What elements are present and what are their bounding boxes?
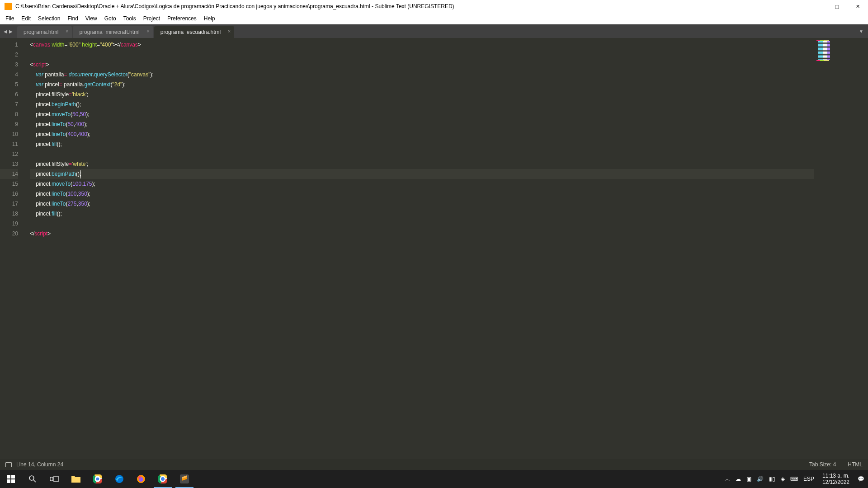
code-line[interactable] bbox=[30, 149, 814, 159]
chrome-icon-2[interactable] bbox=[152, 470, 174, 488]
menu-project[interactable]: Project bbox=[140, 14, 164, 23]
close-icon[interactable]: × bbox=[228, 28, 231, 34]
svg-point-4 bbox=[29, 476, 34, 480]
tray-chevron-up-icon[interactable]: ︿ bbox=[725, 475, 730, 483]
tray-volume-icon[interactable]: 🔊 bbox=[757, 476, 764, 482]
menu-edit[interactable]: Edit bbox=[18, 14, 34, 23]
code-line[interactable] bbox=[30, 50, 814, 60]
file-explorer-icon[interactable] bbox=[65, 470, 87, 488]
menu-selection[interactable]: Selection bbox=[34, 14, 64, 23]
code-line[interactable]: pincel.lineTo(400,400); bbox=[30, 129, 814, 139]
code-line[interactable]: <canvas width="600" height="400"></canva… bbox=[30, 40, 814, 50]
svg-rect-3 bbox=[11, 479, 15, 483]
menu-help[interactable]: Help bbox=[200, 14, 219, 23]
tray-keyboard-icon[interactable]: ⌨ bbox=[790, 476, 798, 482]
tray-date: 12/12/2022 bbox=[822, 479, 849, 485]
menu-find[interactable]: Find bbox=[64, 14, 81, 23]
code-line[interactable]: pincel.beginPath(); bbox=[30, 169, 814, 179]
svg-rect-0 bbox=[7, 475, 10, 479]
code-line[interactable]: var pincel= pantalla.getContext("2d"); bbox=[30, 80, 814, 89]
code-line[interactable]: pincel.fillStyle='white'; bbox=[30, 159, 814, 169]
search-icon[interactable] bbox=[22, 470, 43, 488]
tab-programa_minecraft-html[interactable]: programa_minecraft.html× bbox=[73, 26, 153, 38]
line-number: 9 bbox=[0, 119, 18, 129]
tray-clock[interactable]: 11:13 a. m. 12/12/2022 bbox=[820, 473, 852, 485]
tray-meet-icon[interactable]: ▣ bbox=[746, 476, 751, 482]
line-number: 4 bbox=[0, 70, 18, 80]
menubar: File Edit Selection Find View Goto Tools… bbox=[0, 13, 868, 24]
code-line[interactable]: <script> bbox=[30, 60, 814, 70]
nav-forward-icon[interactable]: ▶ bbox=[8, 29, 14, 34]
close-icon[interactable]: × bbox=[66, 28, 68, 34]
line-number: 20 bbox=[0, 229, 18, 239]
svg-point-21 bbox=[161, 477, 165, 481]
code-line[interactable]: pincel.lineTo(275,350); bbox=[30, 199, 814, 209]
line-number: 5 bbox=[0, 80, 18, 89]
syntax-language[interactable]: HTML bbox=[848, 461, 863, 468]
line-number: 2 bbox=[0, 50, 18, 60]
tray-language[interactable]: ESP bbox=[803, 476, 814, 482]
gutter: 1234567891011121314151617181920 bbox=[0, 38, 25, 459]
cursor-position[interactable]: Line 14, Column 24 bbox=[16, 461, 63, 468]
code-line[interactable]: </script> bbox=[30, 229, 814, 239]
menu-view[interactable]: View bbox=[82, 14, 101, 23]
line-number: 7 bbox=[0, 99, 18, 109]
chrome-icon[interactable] bbox=[87, 470, 108, 488]
code-line[interactable]: pincel.beginPath(); bbox=[30, 99, 814, 109]
minimize-button[interactable]: — bbox=[806, 0, 826, 13]
code-line[interactable]: pincel.moveTo(100,175); bbox=[30, 179, 814, 189]
window-title: C:\Users\Brian Cardenas\Desktop\Oracle +… bbox=[15, 3, 806, 9]
statusbar: Line 14, Column 24 Tab Size: 4 HTML bbox=[0, 459, 868, 470]
tab-programa_escuadra-html[interactable]: programa_escuadra.html× bbox=[154, 26, 234, 38]
menu-file[interactable]: File bbox=[2, 14, 18, 23]
line-number: 1 bbox=[0, 40, 18, 50]
tray-notifications-icon[interactable]: 💬 bbox=[858, 476, 864, 482]
edge-icon[interactable] bbox=[108, 470, 130, 488]
tray-wifi-icon[interactable]: ◈ bbox=[781, 476, 785, 482]
svg-rect-7 bbox=[54, 476, 58, 482]
sublime-icon[interactable] bbox=[174, 470, 195, 488]
maximize-button[interactable]: ▢ bbox=[826, 0, 847, 13]
line-number: 12 bbox=[0, 149, 18, 159]
minimap[interactable] bbox=[814, 38, 868, 459]
tabbar-overflow-icon[interactable]: ▼ bbox=[859, 29, 863, 34]
line-number: 16 bbox=[0, 189, 18, 199]
menu-tools[interactable]: Tools bbox=[120, 14, 140, 23]
task-view-icon[interactable] bbox=[43, 470, 65, 488]
start-button[interactable] bbox=[0, 470, 22, 488]
code-line[interactable]: pincel.lineTo(50,400); bbox=[30, 119, 814, 129]
line-number: 13 bbox=[0, 159, 18, 169]
tray-onedrive-icon[interactable]: ☁ bbox=[736, 476, 741, 482]
tab-size[interactable]: Tab Size: 4 bbox=[809, 461, 836, 468]
tab-programa-html[interactable]: programa.html× bbox=[17, 26, 72, 38]
code-line[interactable]: pincel.moveTo(50,50); bbox=[30, 109, 814, 119]
menu-preferences[interactable]: Preferences bbox=[164, 14, 200, 23]
line-number: 18 bbox=[0, 209, 18, 219]
code-line[interactable]: pincel.fill(); bbox=[30, 209, 814, 219]
tab-label: programa.html bbox=[24, 29, 58, 35]
line-number: 19 bbox=[0, 219, 18, 229]
line-number: 3 bbox=[0, 60, 18, 70]
line-number: 6 bbox=[0, 89, 18, 99]
code-line[interactable] bbox=[30, 219, 814, 229]
menu-goto[interactable]: Goto bbox=[101, 14, 120, 23]
panel-toggle-icon[interactable] bbox=[5, 462, 12, 467]
svg-rect-2 bbox=[7, 479, 10, 483]
svg-line-5 bbox=[33, 480, 36, 482]
code-line[interactable]: pincel.lineTo(100,350); bbox=[30, 189, 814, 199]
line-number: 14 bbox=[0, 169, 18, 179]
close-button[interactable]: ✕ bbox=[847, 0, 868, 13]
code-line[interactable]: pincel.fill(); bbox=[30, 139, 814, 149]
editor[interactable]: 1234567891011121314151617181920 <canvas … bbox=[0, 38, 814, 459]
code-line[interactable]: var pantalla= document.querySelector("ca… bbox=[30, 70, 814, 80]
line-number: 15 bbox=[0, 179, 18, 189]
tray-battery-icon[interactable]: ▮▯ bbox=[769, 476, 775, 482]
svg-point-14 bbox=[115, 475, 123, 483]
nav-back-icon[interactable]: ◀ bbox=[3, 29, 8, 34]
code-line[interactable]: pincel.fillStyle='black'; bbox=[30, 89, 814, 99]
taskbar: ︿ ☁ ▣ 🔊 ▮▯ ◈ ⌨ ESP 11:13 a. m. 12/12/202… bbox=[0, 470, 868, 488]
close-icon[interactable]: × bbox=[146, 28, 149, 34]
code-content[interactable]: <canvas width="600" height="400"></canva… bbox=[25, 38, 814, 459]
tab-label: programa_minecraft.html bbox=[79, 29, 139, 35]
firefox-icon[interactable] bbox=[130, 470, 152, 488]
